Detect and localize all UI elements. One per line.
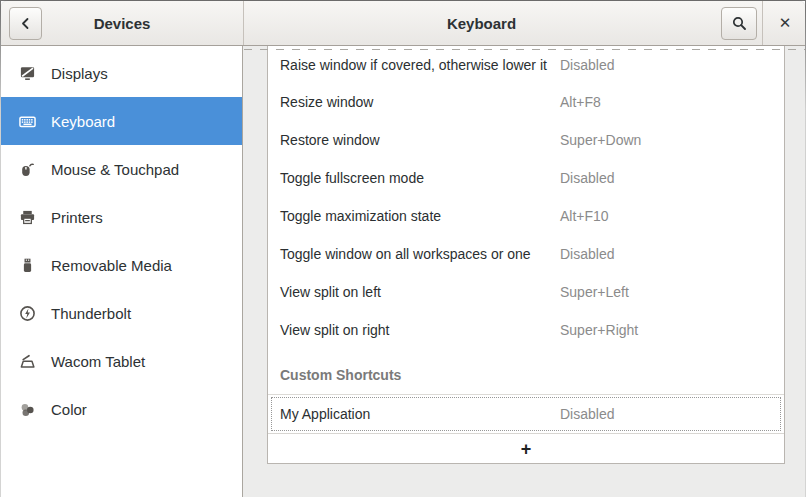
shortcut-label: Restore window — [280, 132, 380, 148]
sidebar-item-mouse-touchpad[interactable]: Mouse & Touchpad — [1, 145, 242, 193]
close-button[interactable]: ✕ — [768, 1, 802, 45]
sidebar: Displays Keyboard Mouse & Touchpad Print… — [1, 46, 243, 497]
shortcut-row[interactable]: Resize window Alt+F8 — [268, 83, 784, 121]
sidebar-item-printers[interactable]: Printers — [1, 193, 242, 241]
sidebar-item-displays[interactable]: Displays — [1, 49, 242, 97]
sidebar-item-label: Mouse & Touchpad — [51, 161, 179, 178]
shortcut-row[interactable]: Toggle maximization state Alt+F10 — [268, 197, 784, 235]
search-button[interactable] — [721, 7, 757, 40]
shortcut-value: Disabled — [560, 57, 614, 73]
shortcut-label: View split on left — [280, 284, 381, 300]
shortcut-row[interactable]: View split on right Super+Right — [268, 311, 784, 349]
shortcut-row[interactable]: Toggle window on all workspaces or one D… — [268, 235, 784, 273]
sidebar-item-label: Wacom Tablet — [51, 353, 145, 370]
headerbar: Devices Keyboard ✕ — [1, 1, 805, 46]
sidebar-item-label: Displays — [51, 65, 108, 82]
sidebar-item-label: Color — [51, 401, 87, 418]
sidebar-item-label: Printers — [51, 209, 103, 226]
shortcut-row[interactable]: Raise window if covered, otherwise lower… — [268, 46, 784, 83]
custom-shortcuts-frame: My Application Disabled + — [268, 394, 784, 465]
shortcut-value: Alt+F8 — [560, 94, 601, 110]
shortcut-value: Alt+F10 — [560, 208, 609, 224]
left-pane-title: Devices — [1, 1, 243, 45]
sidebar-item-removable-media[interactable]: Removable Media — [1, 241, 242, 289]
shortcut-label: My Application — [280, 406, 370, 422]
header-separator — [762, 1, 763, 45]
sidebar-item-thunderbolt[interactable]: Thunderbolt — [1, 289, 242, 337]
shortcut-label: Resize window — [280, 94, 373, 110]
shortcut-label: Toggle window on all workspaces or one — [280, 246, 531, 262]
mouse-icon — [19, 161, 36, 178]
keyboard-shortcuts-pane: Raise window if covered, otherwise lower… — [244, 46, 805, 497]
shortcut-row[interactable]: Restore window Super+Down — [268, 121, 784, 159]
sidebar-item-label: Removable Media — [51, 257, 172, 274]
plus-icon: + — [521, 439, 532, 460]
add-shortcut-button[interactable]: + — [268, 433, 784, 465]
shortcut-value: Super+Right — [560, 322, 638, 338]
custom-shortcut-row[interactable]: My Application Disabled — [268, 395, 784, 433]
scroll-undershoot-indicator — [244, 49, 805, 50]
search-icon — [732, 16, 747, 31]
custom-shortcuts-header: Custom Shortcuts — [268, 349, 784, 394]
shortcut-row[interactable]: View split on left Super+Left — [268, 273, 784, 311]
sidebar-item-color[interactable]: Color — [1, 385, 242, 433]
printer-icon — [19, 209, 36, 226]
close-icon: ✕ — [779, 14, 792, 32]
shortcut-value: Disabled — [560, 246, 614, 262]
shortcut-value: Disabled — [560, 170, 614, 186]
keyboard-icon — [19, 113, 36, 130]
thunderbolt-icon — [19, 305, 36, 322]
shortcut-label: Toggle maximization state — [280, 208, 441, 224]
shortcut-value: Super+Left — [560, 284, 629, 300]
settings-window: Devices Keyboard ✕ Displays Keyboard — [0, 0, 806, 497]
sidebar-item-label: Keyboard — [51, 113, 115, 130]
usb-icon — [19, 257, 36, 274]
page-title: Keyboard — [244, 1, 719, 45]
shortcut-label: Toggle fullscreen mode — [280, 170, 424, 186]
shortcut-row[interactable]: Toggle fullscreen mode Disabled — [268, 159, 784, 197]
sidebar-item-keyboard[interactable]: Keyboard — [1, 97, 242, 145]
shortcuts-list: Raise window if covered, otherwise lower… — [267, 46, 785, 464]
shortcut-label: Raise window if covered, otherwise lower… — [280, 57, 547, 73]
sidebar-item-wacom-tablet[interactable]: Wacom Tablet — [1, 337, 242, 385]
displays-icon — [19, 65, 36, 82]
color-icon — [19, 401, 36, 418]
shortcut-value: Super+Down — [560, 132, 641, 148]
shortcut-label: View split on right — [280, 322, 389, 338]
sidebar-item-label: Thunderbolt — [51, 305, 131, 322]
tablet-icon — [19, 353, 36, 370]
shortcut-value: Disabled — [560, 406, 614, 422]
